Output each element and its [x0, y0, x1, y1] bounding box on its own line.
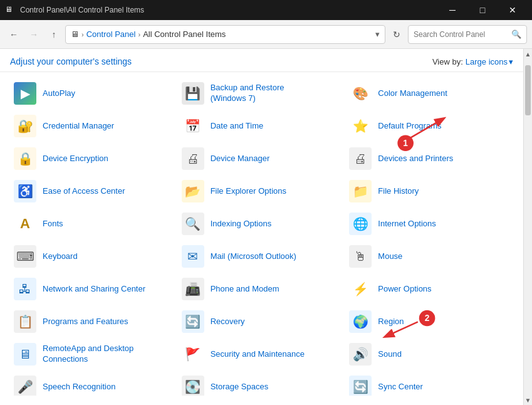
minimize-button[interactable]: ─ [438, 0, 467, 20]
grid-item[interactable]: 🌍Region [345, 305, 513, 338]
item-icon-keyboard: ⌨ [14, 245, 36, 268]
grid-item[interactable]: 🔊Sound [345, 338, 513, 371]
item-label: Fonts [43, 219, 63, 229]
scroll-up-arrow[interactable]: ▲ [524, 49, 533, 59]
grid-item[interactable]: 🖨Device Manager [178, 142, 346, 175]
grid-item[interactable]: 🌐Internet Options [345, 208, 513, 240]
grid-item[interactable]: 🖧Network and Sharing Center [10, 273, 178, 305]
grid-item[interactable]: ▶AutoPlay [10, 77, 178, 110]
item-icon-region: 🌍 [349, 310, 372, 333]
grid-item[interactable]: 📠Phone and Modem [178, 273, 346, 305]
title-bar-controls: ─ □ ✕ [438, 0, 527, 20]
scroll-track[interactable] [524, 59, 532, 395]
back-button[interactable]: ← [5, 26, 23, 43]
item-label: Speech Recognition [43, 382, 115, 392]
up-button[interactable]: ↑ [45, 26, 63, 43]
search-input[interactable] [414, 30, 511, 39]
grid-item[interactable]: 🔐Credential Manager [10, 110, 178, 142]
item-icon-power: ⚡ [349, 278, 372, 300]
item-label: Mouse [378, 251, 402, 262]
scroll-thumb[interactable] [525, 65, 531, 115]
item-icon-devmgr: 🖨 [182, 147, 204, 170]
item-label: Credential Manager [43, 121, 114, 132]
content-area: Adjust your computer's settings View by:… [0, 49, 523, 405]
item-label: Mail (Microsoft Outlook) [211, 251, 296, 262]
item-label: Region [378, 317, 404, 327]
item-label: Date and Time [211, 121, 264, 132]
item-label: Device Encryption [43, 154, 108, 164]
item-label: Indexing Options [211, 219, 272, 229]
item-icon-security: 🚩 [182, 343, 204, 366]
grid-item[interactable]: 🔄Recovery [178, 305, 346, 338]
item-label: File Explorer Options [211, 186, 286, 197]
close-button[interactable]: ✕ [498, 0, 527, 20]
item-icon-printer: 🖨 [349, 147, 372, 170]
grid-item[interactable]: 🚩Security and Maintenance [178, 338, 346, 371]
grid-item[interactable]: 🎨Color Management [345, 77, 513, 110]
item-icon-programs: 📋 [14, 310, 36, 333]
item-label: Recovery [211, 317, 245, 327]
scrollbar: ▲ ▼ [523, 49, 532, 405]
item-label: Sound [378, 349, 402, 360]
item-label: Keyboard [43, 251, 78, 262]
grid-item[interactable]: 🔒Device Encryption [10, 142, 178, 175]
path-dropdown-icon[interactable]: ▾ [375, 29, 380, 39]
grid-item[interactable]: ⚡Power Options [345, 273, 513, 305]
item-icon-index: 🔍 [182, 213, 204, 235]
page-title: Adjust your computer's settings [10, 56, 132, 66]
address-bar: ← → ↑ 🖥 › Control Panel › All Control Pa… [0, 20, 532, 49]
item-icon-folder: 📂 [182, 180, 204, 202]
item-label: AutoPlay [43, 88, 75, 99]
grid-item[interactable]: 🔍Indexing Options [178, 208, 346, 240]
maximize-button[interactable]: □ [468, 0, 497, 20]
item-label: Backup and Restore (Windows 7) [211, 83, 284, 104]
grid-item[interactable]: 🖥RemoteApp and Desktop Connections [10, 338, 178, 371]
address-path: 🖥 › Control Panel › All Control Panel It… [65, 25, 385, 44]
item-icon-filehistory: 📁 [349, 180, 372, 202]
grid-item[interactable]: 🖱Mouse [345, 240, 513, 273]
grid-item[interactable]: AFonts [10, 208, 178, 240]
item-icon-internet: 🌐 [349, 213, 372, 235]
item-icon-fonts: A [14, 213, 36, 235]
item-label: Power Options [378, 284, 431, 295]
item-icon-access: ♿ [14, 180, 36, 202]
viewby-dropdown[interactable]: Large icons ▾ [466, 57, 513, 66]
grid-item[interactable]: 🎤Speech Recognition [10, 371, 178, 396]
item-icon-mail: ✉ [182, 245, 204, 268]
item-icon-phone: 📠 [182, 278, 204, 300]
item-label: Sync Center [378, 382, 423, 392]
grid-item[interactable]: ⌨Keyboard [10, 240, 178, 273]
grid-item[interactable]: 📋Programs and Features [10, 305, 178, 338]
search-icon: 🔍 [511, 29, 521, 39]
item-icon-recovery: 🔄 [182, 310, 204, 333]
item-label: Security and Maintenance [211, 349, 305, 360]
grid-item[interactable]: 📁File History [345, 175, 513, 208]
item-icon-sound: 🔊 [349, 343, 372, 366]
grid-item[interactable]: 📂File Explorer Options [178, 175, 346, 208]
item-label: File History [378, 186, 419, 197]
item-label: Storage Spaces [211, 382, 269, 392]
scroll-down-arrow[interactable]: ▼ [524, 395, 533, 405]
grid-item[interactable]: ⭐Default Programs [345, 110, 513, 142]
item-icon-color: 🎨 [349, 82, 372, 105]
item-icon-encrypt: 🔒 [14, 147, 36, 170]
grid-item[interactable]: 🖨Devices and Printers [345, 142, 513, 175]
grid-item[interactable]: 💽Storage Spaces [178, 371, 346, 396]
main-area: Adjust your computer's settings View by:… [0, 49, 532, 405]
grid-item[interactable]: 📅Date and Time [178, 110, 346, 142]
refresh-button[interactable]: ↻ [388, 26, 405, 43]
path-location-icon: 🖥 [71, 29, 79, 39]
item-label: Devices and Printers [378, 154, 453, 164]
title-bar: 🖥 Control Panel\All Control Panel Items … [0, 0, 532, 20]
item-label: Programs and Features [43, 317, 128, 327]
item-label: Default Programs [378, 121, 441, 132]
grid-item[interactable]: ✉Mail (Microsoft Outlook) [178, 240, 346, 273]
grid-item[interactable]: 🔄Sync Center [345, 371, 513, 396]
forward-button[interactable]: → [25, 26, 43, 43]
grid-item[interactable]: ♿Ease of Access Center [10, 175, 178, 208]
grid-item[interactable]: 💾Backup and Restore (Windows 7) [178, 77, 346, 110]
item-icon-sync: 🔄 [349, 376, 372, 396]
item-icon-network: 🖧 [14, 278, 36, 300]
path-control-panel[interactable]: Control Panel [86, 29, 136, 39]
item-label: RemoteApp and Desktop Connections [43, 344, 174, 365]
